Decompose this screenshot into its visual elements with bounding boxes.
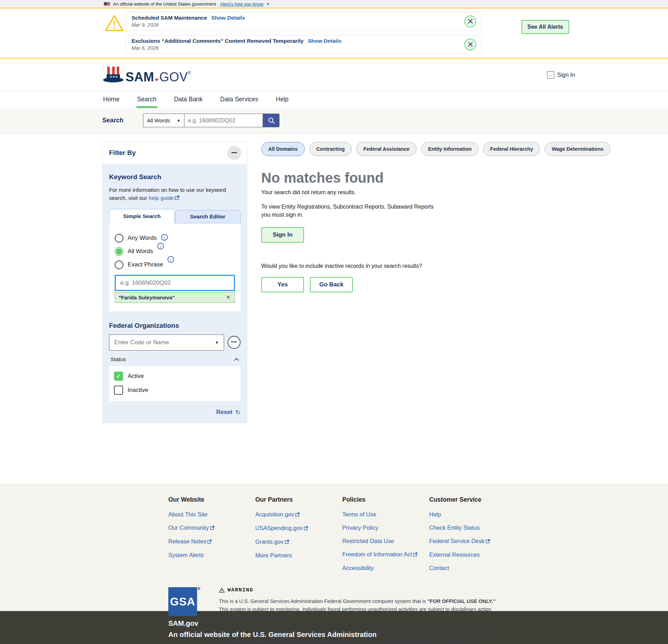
- footer-link-label: Grants.gov: [255, 538, 284, 545]
- footer-link-usaspending-gov[interactable]: USASpending.gov: [255, 525, 308, 532]
- nav-item-data-services[interactable]: Data Services: [220, 91, 259, 107]
- page-footer: Our Website About This Site Our Communit…: [0, 483, 668, 611]
- federal-organizations-select[interactable]: Enter Code or Name ▼: [109, 334, 224, 351]
- nav-item-home[interactable]: Home: [102, 91, 120, 107]
- brand-registered-mark: ®: [188, 70, 191, 75]
- footer-link-terms-of-use[interactable]: Terms of Use: [342, 511, 376, 518]
- footer-column-heading: Policies: [342, 496, 429, 503]
- footer-link-restricted-data-use[interactable]: Restricted Data Use: [342, 538, 394, 544]
- domain-tab-contracting[interactable]: Contracting: [309, 142, 352, 156]
- search-input[interactable]: [184, 114, 263, 127]
- gov-banner: An official website of the United States…: [0, 0, 668, 8]
- status-accordion-toggle[interactable]: Status: [110, 356, 239, 362]
- chevron-up-icon: [234, 358, 239, 361]
- alert-title: Exclusions “Additional Comments” Content…: [131, 38, 304, 44]
- keyword-chip: "Farida Suleymanova" ✕: [115, 292, 235, 303]
- help-guide-link[interactable]: help guide: [149, 195, 174, 201]
- external-link-icon: [210, 525, 215, 531]
- info-icon[interactable]: i: [161, 234, 168, 242]
- footer-link-about-this-site[interactable]: About This Site: [168, 511, 208, 518]
- results-area: All Domains Contracting Federal Assistan…: [261, 141, 610, 292]
- footer-link-release-notes[interactable]: Release Notes: [168, 538, 212, 545]
- more-options-button[interactable]: •••: [228, 336, 241, 349]
- domain-tab-federal-hierarchy[interactable]: Federal Hierarchy: [483, 142, 540, 156]
- info-icon[interactable]: i: [157, 243, 164, 251]
- footer-link-federal-service-desk[interactable]: Federal Service Desk: [429, 538, 490, 545]
- active-checkbox-label: Active: [128, 373, 144, 380]
- svg-text:i: i: [160, 244, 161, 249]
- search-mode-select[interactable]: All Words ▼: [143, 114, 184, 127]
- footer-link-help[interactable]: Help: [429, 511, 441, 518]
- radio-all-words[interactable]: [115, 247, 123, 256]
- status-label: Status: [110, 356, 126, 362]
- sign-in-button[interactable]: Sign In: [261, 227, 304, 243]
- footer-link-accessibility[interactable]: Accessibility: [342, 565, 374, 571]
- footer-link-contact[interactable]: Contact: [429, 565, 449, 571]
- ellipsis-icon: •••: [231, 339, 237, 344]
- alert-card: Exclusions “Additional Comments” Content…: [126, 35, 481, 54]
- filter-panel: Filter By Keyword Search For more inform…: [102, 141, 247, 423]
- footer-link-our-community[interactable]: Our Community: [168, 524, 215, 531]
- footer-link-external-resources[interactable]: External Resources: [429, 551, 480, 558]
- footer-link-more-partners[interactable]: More Partners: [255, 552, 292, 559]
- dropdown-arrow-icon: ▼: [215, 340, 219, 345]
- status-inactive-checkbox-row[interactable]: Inactive: [114, 386, 236, 395]
- external-link-icon: [486, 538, 490, 545]
- sam-gov-logo[interactable]: ★★★ SAM★GOV®: [102, 66, 191, 83]
- domain-tab-entity-information[interactable]: Entity Information: [421, 142, 479, 156]
- search-strip: Search All Words ▼: [0, 108, 668, 134]
- status-active-checkbox-row[interactable]: ✓ Active: [114, 372, 236, 381]
- status-filter-box: ✓ Active Inactive: [109, 366, 241, 401]
- alert-show-details-link[interactable]: Show Details: [308, 38, 342, 44]
- radio-any-words-label: Any Words: [128, 235, 157, 242]
- search-submit-button[interactable]: [263, 114, 279, 127]
- tab-simple-search[interactable]: Simple Search: [109, 209, 175, 223]
- radio-any-words[interactable]: [115, 234, 123, 243]
- footer-link-system-alerts[interactable]: System Alerts: [168, 552, 204, 558]
- close-icon: [468, 42, 473, 47]
- domain-tab-all-domains[interactable]: All Domains: [261, 142, 305, 156]
- radio-all-words-label: All Words: [128, 248, 153, 255]
- footer-link-privacy-policy[interactable]: Privacy Policy: [342, 524, 378, 531]
- gov-banner-link[interactable]: Here's how you know: [220, 1, 263, 7]
- keyword-input[interactable]: [115, 275, 235, 291]
- nav-item-data-bank[interactable]: Data Bank: [173, 91, 203, 107]
- footer-link-foia[interactable]: Freedom of Information Act: [342, 551, 418, 558]
- uncle-sam-hat-icon: ★★★: [102, 66, 124, 83]
- info-icon[interactable]: i: [167, 256, 174, 264]
- domain-tab-wage-determinations[interactable]: Wage Determinations: [545, 142, 610, 156]
- nav-item-search[interactable]: Search: [136, 91, 157, 107]
- inactive-checkbox[interactable]: [114, 386, 123, 395]
- alert-date: Mar 6, 2026: [131, 45, 342, 51]
- radio-exact-phrase[interactable]: [115, 260, 123, 269]
- footer-link-label: Acquisition.gov: [255, 511, 294, 517]
- chip-remove-icon[interactable]: ✕: [226, 294, 230, 300]
- external-link-icon: [413, 551, 418, 558]
- collapse-filters-button[interactable]: [227, 146, 241, 160]
- yes-button[interactable]: Yes: [261, 277, 304, 292]
- active-checkbox[interactable]: ✓: [114, 372, 123, 381]
- external-link-icon: [175, 194, 180, 202]
- reset-filters-link[interactable]: Reset ↻: [109, 409, 241, 416]
- brand-gov-text: GOV: [159, 70, 188, 84]
- no-matches-heading: No matches found: [261, 170, 610, 186]
- refresh-icon: ↻: [235, 409, 241, 415]
- warning-triangle-icon: [104, 14, 124, 32]
- go-back-button[interactable]: Go Back: [310, 277, 353, 292]
- footer-column-heading: Customer Service: [429, 496, 516, 503]
- footer-link-grants-gov[interactable]: Grants.gov: [255, 538, 289, 545]
- reset-label: Reset: [216, 409, 232, 416]
- header-sign-in-link[interactable]: ← Sign In: [547, 71, 575, 79]
- filter-panel-title: Filter By: [109, 149, 136, 157]
- see-all-alerts-button[interactable]: See All Alerts: [521, 20, 569, 34]
- footer-link-acquisition-gov[interactable]: Acquisition.gov: [255, 511, 300, 518]
- keyword-search-heading: Keyword Search: [109, 173, 241, 181]
- domain-tab-federal-assistance[interactable]: Federal Assistance: [356, 142, 417, 156]
- nav-item-help[interactable]: Help: [275, 91, 289, 107]
- tab-search-editor[interactable]: Search Editor: [175, 210, 241, 223]
- alert-show-details-link[interactable]: Show Details: [211, 15, 245, 21]
- alert-close-button[interactable]: [464, 15, 476, 27]
- alert-close-button[interactable]: [464, 39, 476, 50]
- footer-link-check-entity-status[interactable]: Check Entity Status: [429, 524, 480, 531]
- domain-tabs: All Domains Contracting Federal Assistan…: [261, 142, 610, 156]
